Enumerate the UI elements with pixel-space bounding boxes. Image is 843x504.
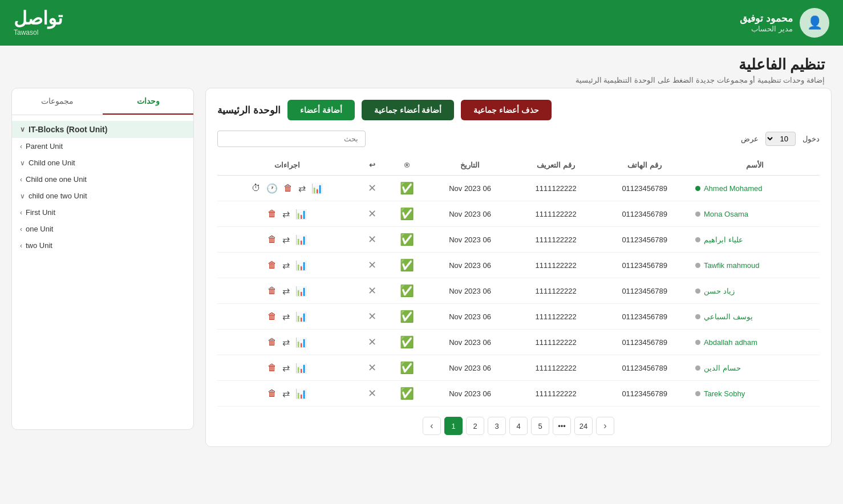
chevron-icon: › [20,143,22,151]
cell-id: 1111122222 [513,201,598,227]
content-area: حذف أعضاء جماعية أضافة أعضاء جماعية أضاف… [205,88,832,447]
bar-chart-icon[interactable]: 📊 [294,284,308,298]
cell-actions: 📊 ⇄ 🗑 [217,381,357,407]
main-layout: حذف أعضاء جماعية أضافة أعضاء جماعية أضاف… [0,88,843,458]
page-3[interactable]: 3 [488,417,506,435]
page-4[interactable]: 4 [509,417,528,435]
delete-icon[interactable]: 🗑 [266,284,278,297]
table-header-row: الأسم رقم الهاتف رقم التعريف التاريخ ® ↩… [217,155,820,176]
page-prev[interactable]: ‹ [596,417,614,435]
col-phone: رقم الهاتف [598,155,691,176]
cell-name: Mona Osama [691,201,820,227]
transfer-icon[interactable]: ⇄ [281,361,291,375]
bar-chart-icon[interactable]: 📊 [310,182,324,195]
cell-date: 06 Nov 2023 [427,201,513,227]
cell-phone: 01123456789 [598,176,691,201]
transfer-icon[interactable]: ⇄ [281,387,291,400]
cell-id: 1111122222 [513,381,598,407]
table-row: Mona Osama 01123456789 1111122222 06 Nov… [217,201,820,227]
delete-icon[interactable]: 🗑 [266,259,278,271]
search-input[interactable] [217,131,366,147]
add-bulk-members-button[interactable]: أضافة أعضاء جماعية [362,100,455,120]
chevron-icon: › [20,242,22,250]
page-5[interactable]: 5 [531,417,549,435]
cell-actions: 📊 ⇄ 🗑 [217,304,357,330]
page-dots: ••• [553,417,571,435]
transfer-icon[interactable]: ⇄ [281,259,291,272]
page-title-area: تنظيم الفاعلية إضافة وحدات تنظيمية أو مج… [0,46,843,88]
show-control: دخول 10 25 50 عرض [741,132,820,146]
delete-bulk-members-button[interactable]: حذف أعضاء جماعية [461,100,552,120]
tree-item[interactable]: child one two Unit ∨ [12,188,193,204]
tree-item[interactable]: Child one one Unit › [12,171,193,188]
enter-label: دخول [803,135,820,143]
sidebar-tabs: وحدات مجموعات [12,88,193,115]
tree-label: IT-Blocks (Root Unit) [29,125,107,134]
bar-chart-icon[interactable]: 📊 [294,387,308,400]
delete-icon[interactable]: 🗑 [266,361,278,374]
cell-check: ✅ [387,355,427,381]
cell-name: Tawfik mahmoud [691,253,820,278]
delete-icon[interactable]: 🗑 [266,208,278,220]
chevron-icon: ∨ [20,159,25,167]
cell-x: ✕ [357,304,387,330]
delete-icon[interactable]: 🗑 [282,182,294,194]
page-subtitle: إضافة وحدات تنظيمية أو مجموعات جديدة الض… [18,76,825,84]
bar-chart-icon[interactable]: 📊 [294,336,308,349]
tree-area: IT-Blocks (Root Unit) ∨ Parent Unit › Ch… [12,115,193,259]
page-1[interactable]: 1 [444,417,463,435]
delete-icon[interactable]: 🗑 [266,233,278,246]
tree-label: Child one one Unit [26,175,87,184]
chevron-icon: ∨ [20,125,25,133]
cell-phone: 01123456789 [598,330,691,355]
cell-x: ✕ [357,253,387,278]
members-table: الأسم رقم الهاتف رقم التعريف التاريخ ® ↩… [217,155,820,407]
bar-chart-icon[interactable]: 📊 [294,310,308,323]
delete-icon[interactable]: 🗑 [266,310,278,323]
bar-chart-icon[interactable]: 📊 [294,259,308,272]
tab-units[interactable]: وحدات [103,88,193,115]
col-arrow: ↩ [357,155,387,176]
page-24[interactable]: 24 [574,417,593,435]
tree-label: Parent Unit [26,142,63,151]
timer-icon[interactable]: ⏱ [250,182,262,194]
show-select[interactable]: 10 25 50 [765,132,796,146]
unit-label: الوحدة الرئيسية [217,104,281,116]
cell-id: 1111122222 [513,176,598,201]
col-registered: ® [387,155,427,176]
cell-check: ✅ [387,278,427,304]
transfer-icon[interactable]: ⇄ [281,336,291,349]
tree-item[interactable]: IT-Blocks (Root Unit) ∨ [12,121,193,138]
table-row: Tarek Sobhy 01123456789 1111122222 06 No… [217,381,820,407]
delete-icon[interactable]: 🗑 [266,336,278,348]
bar-chart-icon[interactable]: 📊 [294,208,308,221]
cell-x: ✕ [357,227,387,253]
add-members-button[interactable]: أضافة أعضاء [287,100,355,120]
delete-icon[interactable]: 🗑 [266,387,278,400]
cell-phone: 01123456789 [598,253,691,278]
tree-item[interactable]: Parent Unit › [12,138,193,155]
cell-date: 06 Nov 2023 [427,381,513,407]
transfer-icon[interactable]: ⇄ [281,208,291,221]
bar-chart-icon[interactable]: 📊 [294,233,308,246]
cell-check: ✅ [387,176,427,201]
page-next[interactable]: › [423,417,441,435]
bar-chart-icon[interactable]: 📊 [294,361,308,375]
cell-check: ✅ [387,253,427,278]
tree-item[interactable]: one Unit › [12,221,193,237]
transfer-icon[interactable]: ⇄ [281,233,291,246]
tree-item[interactable]: two Unit › [12,237,193,254]
clock-icon[interactable]: 🕐 [265,182,279,195]
cell-name: زياد حسن [691,278,820,304]
tab-groups[interactable]: مجموعات [12,88,103,115]
transfer-icon[interactable]: ⇄ [297,182,307,195]
tree-item[interactable]: First Unit › [12,204,193,221]
cell-x: ✕ [357,355,387,381]
page-2[interactable]: 2 [466,417,484,435]
transfer-icon[interactable]: ⇄ [281,310,291,323]
table-row: Tawfik mahmoud 01123456789 1111122222 06… [217,253,820,278]
transfer-icon[interactable]: ⇄ [281,284,291,298]
cell-x: ✕ [357,201,387,227]
tree-item[interactable]: Child one Unit ∨ [12,155,193,171]
cell-phone: 01123456789 [598,201,691,227]
